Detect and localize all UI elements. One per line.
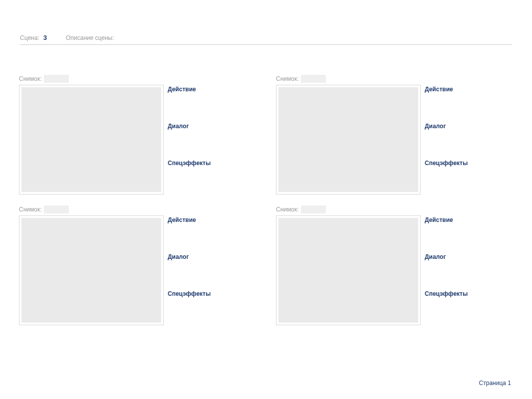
action-label: Действие: [168, 216, 211, 223]
page-number: Страница 1: [479, 380, 511, 387]
header-bar: Сцена: 3 Описание сцены:: [20, 34, 512, 45]
storyboard-panel: Снимок: Действие Диалог Спецэффекты: [276, 75, 513, 195]
action-label: Действие: [168, 86, 211, 93]
shot-label: Снимок:: [276, 206, 299, 213]
frame-box[interactable]: [276, 85, 421, 195]
frame-placeholder: [278, 218, 418, 323]
storyboard-panel: Снимок: Действие Диалог Спецэффекты: [19, 205, 256, 325]
fx-label: Спецэффекты: [425, 160, 468, 167]
frame-placeholder: [21, 87, 161, 192]
action-label: Действие: [425, 216, 468, 223]
shot-input[interactable]: [44, 75, 69, 83]
dialog-label: Диалог: [425, 253, 468, 260]
panel-side: Действие Диалог Спецэффекты: [425, 85, 468, 195]
scene-number[interactable]: 3: [43, 34, 47, 41]
frame-placeholder: [21, 218, 161, 323]
panel-side: Действие Диалог Спецэффекты: [425, 215, 468, 325]
action-label: Действие: [425, 86, 468, 93]
shot-label: Снимок:: [19, 75, 42, 82]
frame-box[interactable]: [19, 85, 164, 195]
storyboard-grid: Снимок: Действие Диалог Спецэффекты Сним…: [19, 75, 513, 325]
fx-label: Спецэффекты: [168, 160, 211, 167]
fx-label: Спецэффекты: [425, 290, 468, 297]
frame-box[interactable]: [19, 215, 164, 325]
panel-side: Действие Диалог Спецэффекты: [168, 85, 211, 195]
dialog-label: Диалог: [168, 123, 211, 130]
frame-placeholder: [278, 87, 418, 192]
shot-label: Снимок:: [276, 75, 299, 82]
page-footer: Страница 1: [479, 380, 511, 387]
shot-input[interactable]: [301, 75, 326, 83]
shot-input[interactable]: [301, 205, 326, 213]
panel-side: Действие Диалог Спецэффекты: [168, 215, 211, 325]
frame-box[interactable]: [276, 215, 421, 325]
dialog-label: Диалог: [168, 253, 211, 260]
storyboard-panel: Снимок: Действие Диалог Спецэффекты: [19, 75, 256, 195]
scene-label: Сцена:: [20, 34, 39, 41]
storyboard-panel: Снимок: Действие Диалог Спецэффекты: [276, 205, 513, 325]
dialog-label: Диалог: [425, 123, 468, 130]
scene-description-label: Описание сцены:: [66, 34, 114, 41]
fx-label: Спецэффекты: [168, 290, 211, 297]
shot-label: Снимок:: [19, 206, 42, 213]
shot-input[interactable]: [44, 205, 69, 213]
